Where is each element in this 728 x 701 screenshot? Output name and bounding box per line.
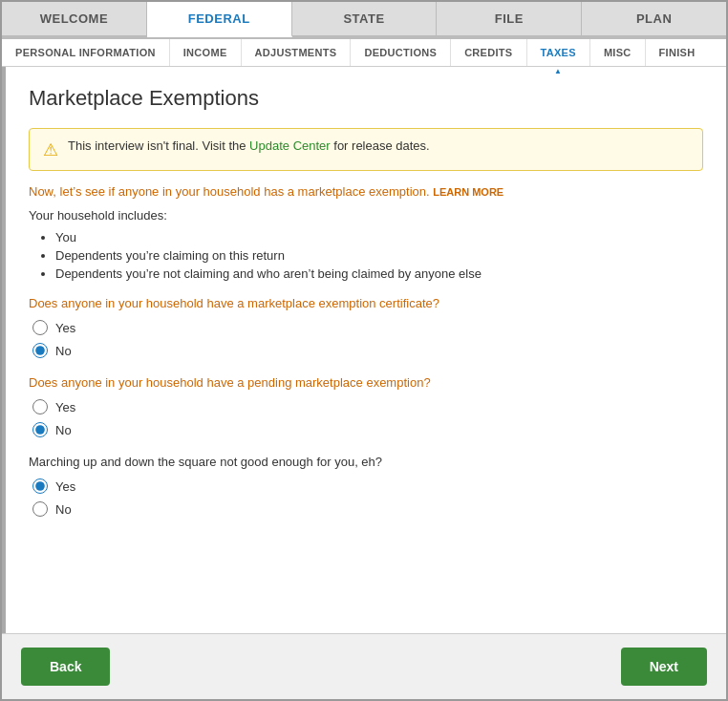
- question-1-block: Does anyone in your household have a mar…: [29, 296, 703, 358]
- question-1-radio-group: Yes No: [32, 320, 703, 358]
- main-content-area: Marketplace Exemptions ⚠ This interview …: [2, 67, 726, 633]
- subtab-deductions[interactable]: DEDUCTIONS: [351, 39, 451, 66]
- warning-icon: ⚠: [43, 139, 58, 160]
- question-2-yes-option[interactable]: Yes: [32, 399, 703, 414]
- next-button[interactable]: Next: [621, 648, 707, 686]
- question-1-no-radio[interactable]: [32, 343, 48, 358]
- question-1-text: Does anyone in your household have a mar…: [29, 296, 703, 310]
- warning-banner: ⚠ This interview isn't final. Visit the …: [29, 128, 703, 171]
- question-1-yes-option[interactable]: Yes: [32, 320, 703, 335]
- subtab-income[interactable]: INCOME: [170, 39, 242, 66]
- list-item: Dependents you’re claiming on this retur…: [55, 248, 703, 263]
- question-1-yes-radio[interactable]: [32, 320, 48, 335]
- back-button[interactable]: Back: [21, 648, 110, 686]
- subtab-adjustments[interactable]: ADJUSTMENTS: [242, 39, 352, 66]
- subtab-taxes[interactable]: TAXES: [527, 39, 590, 66]
- question-1-yes-label: Yes: [55, 321, 75, 335]
- subtab-misc[interactable]: MISC: [590, 39, 646, 66]
- question-2-yes-radio[interactable]: [32, 399, 48, 414]
- question-3-no-option[interactable]: No: [32, 501, 703, 517]
- question-3-yes-option[interactable]: Yes: [32, 478, 703, 494]
- list-item: Dependents you’re not claiming and who a…: [55, 266, 703, 281]
- question-3-text: Marching up and down the square not good…: [29, 455, 703, 469]
- update-center-link[interactable]: Update Center: [249, 138, 331, 153]
- question-1-no-label: No: [55, 344, 72, 358]
- intro-text: Now, let’s see if anyone in your househo…: [29, 184, 703, 199]
- subtab-finish[interactable]: FINISH: [646, 39, 709, 66]
- tab-federal[interactable]: FEDERAL: [147, 2, 292, 37]
- question-3-yes-label: Yes: [55, 479, 75, 494]
- question-3-yes-radio[interactable]: [32, 478, 48, 494]
- subtab-credits[interactable]: CREDITS: [451, 39, 526, 66]
- household-label: Your household includes:: [29, 208, 703, 223]
- question-2-text: Does anyone in your household have a pen…: [29, 375, 703, 390]
- question-2-no-radio[interactable]: [32, 422, 48, 437]
- bottom-nav: Back Next: [2, 633, 726, 699]
- question-2-yes-label: Yes: [55, 400, 75, 414]
- question-2-block: Does anyone in your household have a pen…: [29, 375, 703, 437]
- question-2-no-label: No: [55, 423, 72, 437]
- question-3-radio-group: Yes No: [32, 478, 703, 517]
- subtab-personal-information[interactable]: PERSONAL INFORMATION: [2, 39, 170, 66]
- learn-more-link[interactable]: LEARN MORE: [433, 186, 503, 198]
- warning-text: This interview isn't final. Visit the Up…: [68, 138, 430, 153]
- question-2-radio-group: Yes No: [32, 399, 703, 437]
- household-list: You Dependents you’re claiming on this r…: [55, 230, 703, 281]
- tab-plan[interactable]: PLAN: [582, 2, 726, 37]
- question-2-no-option[interactable]: No: [32, 422, 703, 437]
- page-title: Marketplace Exemptions: [29, 86, 703, 111]
- main-window: WELCOME FEDERAL STATE FILE PLAN PERSONAL…: [0, 0, 728, 701]
- question-1-no-option[interactable]: No: [32, 343, 703, 358]
- top-tab-bar: WELCOME FEDERAL STATE FILE PLAN: [2, 2, 726, 39]
- sub-tab-bar: PERSONAL INFORMATION INCOME ADJUSTMENTS …: [2, 39, 726, 67]
- list-item: You: [55, 230, 703, 244]
- question-3-no-label: No: [55, 502, 72, 517]
- tab-state[interactable]: STATE: [292, 2, 438, 37]
- tab-welcome[interactable]: WELCOME: [2, 2, 147, 37]
- question-3-no-radio[interactable]: [32, 501, 48, 517]
- tab-file[interactable]: FILE: [437, 2, 582, 37]
- question-3-block: Marching up and down the square not good…: [29, 455, 703, 517]
